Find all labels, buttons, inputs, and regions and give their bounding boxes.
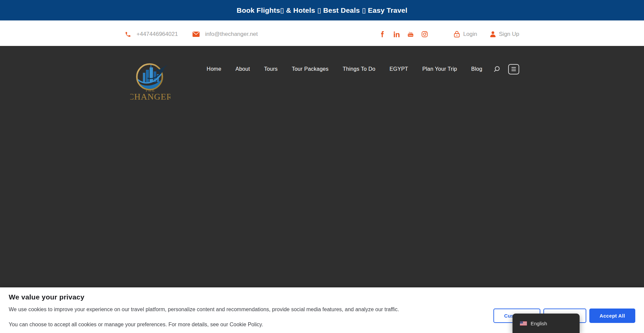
svg-text:You: You: [409, 32, 413, 34]
announcement-bar: Book Flights▯ & Hotels ▯ Best Deals ▯ Ea…: [0, 0, 644, 20]
menu-toggle-icon[interactable]: [508, 64, 519, 74]
email-address: info@thechanger.net: [205, 31, 258, 38]
signup-button[interactable]: Sign Up: [490, 31, 519, 38]
logo-text-changer: CHANGER: [130, 92, 170, 102]
nav-item-tour-packages[interactable]: Tour Packages: [285, 63, 336, 75]
phone-link[interactable]: +447446964021: [125, 31, 178, 38]
contact-header: +447446964021 info@thechanger.net You: [0, 20, 644, 46]
language-label: English: [531, 321, 547, 326]
nav-item-tours[interactable]: Tours: [257, 63, 285, 75]
us-flag-icon: [520, 321, 527, 326]
facebook-icon[interactable]: [379, 31, 385, 37]
lock-icon: [454, 31, 460, 38]
search-icon[interactable]: [493, 66, 500, 72]
nav-item-plan-your-trip[interactable]: Plan Your Trip: [415, 63, 464, 75]
contact-group: +447446964021 info@thechanger.net: [125, 31, 258, 38]
nav-item-home[interactable]: Home: [200, 63, 228, 75]
cookie-title: We value your privacy: [9, 293, 635, 301]
login-label: Login: [463, 31, 477, 38]
nav-item-egypt[interactable]: EGYPT: [382, 63, 415, 75]
language-selector[interactable]: English: [513, 314, 580, 333]
linkedin-icon[interactable]: [393, 31, 399, 37]
phone-icon: [125, 31, 131, 38]
main-navigation: Home About Tours Tour Packages Things To…: [200, 63, 519, 75]
instagram-icon[interactable]: [422, 31, 428, 37]
announcement-text: Book Flights▯ & Hotels ▯ Best Deals ▯ Ea…: [237, 6, 408, 14]
youtube-icon[interactable]: You Tube: [408, 31, 414, 37]
user-icon: [490, 31, 496, 38]
social-links: You Tube: [379, 31, 428, 37]
email-link[interactable]: info@thechanger.net: [193, 31, 258, 38]
header-right: You Tube Login Sign Up: [379, 31, 519, 38]
phone-number: +447446964021: [137, 31, 178, 38]
nav-item-blog[interactable]: Blog: [464, 63, 489, 75]
site-logo[interactable]: THE CHANGER: [130, 63, 170, 103]
accept-all-button[interactable]: Accept All: [589, 309, 635, 323]
login-button[interactable]: Login: [454, 31, 477, 38]
svg-text:Tube: Tube: [408, 34, 413, 36]
nav-item-about[interactable]: About: [228, 63, 257, 75]
email-icon: [193, 32, 200, 37]
nav-item-things-to-do[interactable]: Things To Do: [336, 63, 383, 75]
signup-label: Sign Up: [499, 31, 519, 38]
